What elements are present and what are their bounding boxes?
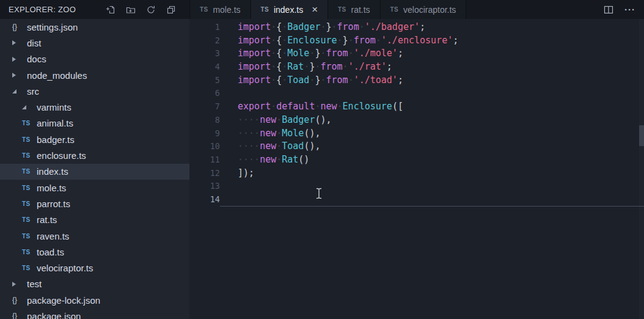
line-number: 14: [189, 193, 220, 207]
tree-item-docs[interactable]: docs: [0, 51, 189, 67]
tab-index.ts[interactable]: TSindex.ts×: [251, 0, 329, 19]
json-file-icon: {}: [12, 23, 26, 31]
tree-item-parrot.ts[interactable]: TSparrot.ts: [0, 196, 189, 211]
editor-pane: TSmole.tsTSindex.ts×TSrat.tsTSvelocirapt…: [189, 0, 644, 319]
chevron-right-icon: [12, 40, 26, 45]
line-content[interactable]: [220, 87, 644, 100]
file-name: raven.ts: [37, 231, 69, 241]
line-content[interactable]: ····new·Toad(),: [220, 140, 644, 153]
tree-item-package-lock.json[interactable]: {}package-lock.json: [0, 292, 189, 308]
typescript-icon: TS: [200, 6, 208, 13]
code-editor[interactable]: 1import·{·Badger·}·from·'./badger';2impo…: [189, 19, 644, 319]
tree-item-rat.ts[interactable]: TSrat.ts: [0, 212, 189, 228]
code-line-10: 10····new·Toad(),: [189, 140, 644, 153]
tree-item-toad.ts[interactable]: TStoad.ts: [0, 244, 189, 260]
new-file-icon[interactable]: [106, 5, 115, 15]
line-number: 4: [189, 61, 220, 74]
ts-file-icon: TS: [22, 152, 35, 159]
code-line-5: 5import·{·Toad·}·from·'./toad';: [189, 74, 644, 87]
line-number: 9: [189, 127, 220, 141]
line-number: 10: [189, 140, 220, 153]
code-line-12: 12]);: [189, 167, 644, 180]
tree-item-node_modules[interactable]: node_modules: [0, 67, 189, 83]
line-content[interactable]: import·{·Enclosure·}·from·'./enclosure';: [220, 34, 644, 48]
file-name: src: [27, 86, 39, 97]
tab-label: index.ts: [274, 5, 303, 15]
code-line-11: 11····new·Rat(): [189, 153, 644, 167]
tree-item-animal.ts[interactable]: TSanimal.ts: [0, 116, 189, 131]
ts-file-icon: TS: [22, 216, 35, 223]
line-content[interactable]: import·{·Rat·}·from·'./rat';: [220, 61, 644, 74]
code-line-3: 3import·{·Mole·}·from·'./mole';: [189, 47, 644, 61]
chevron-expanded-icon: [12, 89, 26, 94]
code-line-13: 13: [189, 180, 644, 193]
tree-item-velociraptor.ts[interactable]: TSvelociraptor.ts: [0, 260, 189, 276]
code-line-1: 1import·{·Badger·}·from·'./badger';: [189, 21, 644, 34]
tree-item-src[interactable]: src: [0, 83, 189, 99]
split-editor-icon[interactable]: [604, 5, 613, 15]
file-name: parrot.ts: [37, 199, 70, 209]
explorer-title: EXPLORER: ZOO: [9, 5, 76, 14]
line-number: 6: [189, 87, 220, 100]
ts-file-icon: TS: [22, 249, 35, 255]
tree-item-varmints[interactable]: varmints: [0, 99, 189, 115]
line-number: 3: [189, 47, 220, 61]
tree-item-enclosure.ts[interactable]: TSenclosure.ts: [0, 147, 189, 163]
file-name: settings.json: [27, 22, 78, 32]
file-name: test: [27, 279, 42, 289]
file-name: animal.ts: [37, 118, 73, 128]
collapse-folders-icon[interactable]: [166, 5, 176, 15]
line-content[interactable]: [220, 180, 644, 193]
line-content[interactable]: ····new·Badger(),: [220, 114, 644, 127]
file-name: velociraptor.ts: [37, 263, 93, 273]
code-line-14: 14: [189, 193, 644, 207]
editor-tabs: TSmole.tsTSindex.ts×TSrat.tsTSvelocirapt…: [189, 0, 466, 19]
code-area: 1import·{·Badger·}·from·'./badger';2impo…: [189, 19, 644, 207]
line-content[interactable]: export·default·new·Enclosure([: [220, 100, 644, 114]
chevron-expanded-icon: [22, 105, 35, 109]
code-line-7: 7export·default·new·Enclosure([: [189, 100, 644, 114]
code-line-2: 2import·{·Enclosure·}·from·'./enclosure'…: [189, 34, 644, 48]
file-name: mole.ts: [37, 183, 66, 193]
line-content[interactable]: import·{·Badger·}·from·'./badger';: [220, 21, 644, 34]
close-icon[interactable]: ×: [312, 4, 318, 15]
vscode-window: EXPLORER: ZOO {}settings.jsondistdocsnod…: [0, 0, 644, 319]
tree-item-dist[interactable]: dist: [0, 35, 189, 51]
tree-item-raven.ts[interactable]: TSraven.ts: [0, 228, 189, 244]
more-actions-icon[interactable]: ···: [624, 4, 635, 15]
tab-velociraptor.ts[interactable]: TSvelociraptor.ts: [381, 0, 467, 19]
chevron-right-icon: [12, 73, 26, 78]
line-content[interactable]: ····new·Mole(),: [220, 127, 644, 141]
line-content[interactable]: [220, 193, 644, 207]
tree-item-mole.ts[interactable]: TSmole.ts: [0, 180, 189, 196]
line-content[interactable]: import·{·Toad·}·from·'./toad';: [220, 74, 644, 87]
file-name: docs: [27, 54, 46, 64]
refresh-icon[interactable]: [146, 5, 156, 15]
tree-item-badger.ts[interactable]: TSbadger.ts: [0, 131, 189, 147]
explorer-sidebar: EXPLORER: ZOO {}settings.jsondistdocsnod…: [0, 0, 189, 319]
new-folder-icon[interactable]: [126, 5, 136, 15]
tab-rat.ts[interactable]: TSrat.ts: [328, 0, 381, 19]
tree-item-package.json[interactable]: {}package.json: [0, 308, 189, 319]
editor-scrollbar-track[interactable]: [639, 19, 644, 319]
line-content[interactable]: ····new·Rat(): [220, 153, 644, 167]
ts-file-icon: TS: [22, 265, 35, 271]
line-number: 2: [189, 34, 220, 48]
file-name: badger.ts: [37, 134, 75, 145]
ts-file-icon: TS: [22, 185, 35, 191]
explorer-header: EXPLORER: ZOO: [0, 0, 189, 19]
typescript-icon: TS: [338, 6, 346, 13]
tree-item-test[interactable]: test: [0, 276, 189, 292]
code-line-9: 9····new·Mole(),: [189, 127, 644, 141]
typescript-icon: TS: [390, 6, 398, 13]
tab-mole.ts[interactable]: TSmole.ts: [189, 0, 251, 19]
line-content[interactable]: ]);: [220, 167, 644, 180]
code-line-6: 6: [189, 87, 644, 100]
editor-scrollbar-thumb[interactable]: [639, 125, 644, 146]
tab-label: mole.ts: [213, 5, 240, 15]
line-content[interactable]: import·{·Mole·}·from·'./mole';: [220, 47, 644, 61]
tree-item-settings.json[interactable]: {}settings.json: [0, 19, 189, 35]
line-number: 11: [189, 153, 220, 167]
file-tree: {}settings.jsondistdocsnode_modulessrcva…: [0, 19, 189, 319]
tree-item-index.ts[interactable]: TSindex.ts: [0, 164, 189, 180]
